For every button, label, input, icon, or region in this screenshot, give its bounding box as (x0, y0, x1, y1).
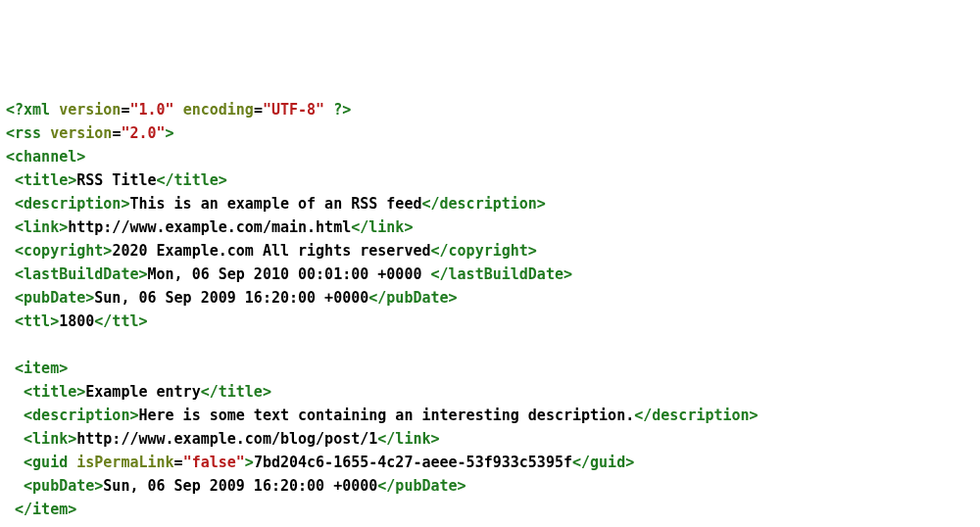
channel-link: <link>http://www.example.com/main.html</… (6, 216, 974, 239)
channel-description: <description>This is an example of an RS… (6, 192, 974, 216)
item-close-tag: </item> (6, 498, 974, 521)
item-description: <description>Here is some text containin… (6, 404, 974, 427)
channel-open-tag: <channel> (6, 145, 974, 168)
item-title: <title>Example entry</title> (6, 380, 974, 404)
code-block: <?xml version="1.0" encoding="UTF-8" ?><… (6, 98, 974, 527)
item-guid: <guid isPermaLink="false">7bd204c6-1655-… (6, 451, 974, 474)
rss-open-tag: <rss version="2.0"> (6, 121, 974, 145)
channel-lastbuilddate: <lastBuildDate>Mon, 06 Sep 2010 00:01:00… (6, 263, 974, 286)
channel-title: <title>RSS Title</title> (6, 168, 974, 192)
blank-line (6, 333, 974, 357)
item-pubdate: <pubDate>Sun, 06 Sep 2009 16:20:00 +0000… (6, 474, 974, 498)
channel-copyright: <copyright>2020 Example.com All rights r… (6, 239, 974, 263)
item-open-tag: <item> (6, 357, 974, 380)
channel-pubdate: <pubDate>Sun, 06 Sep 2009 16:20:00 +0000… (6, 286, 974, 310)
channel-ttl: <ttl>1800</ttl> (6, 310, 974, 333)
item-link: <link>http://www.example.com/blog/post/1… (6, 427, 974, 451)
blank-line (6, 521, 974, 527)
xml-declaration: <?xml version="1.0" encoding="UTF-8" ?> (6, 98, 974, 121)
